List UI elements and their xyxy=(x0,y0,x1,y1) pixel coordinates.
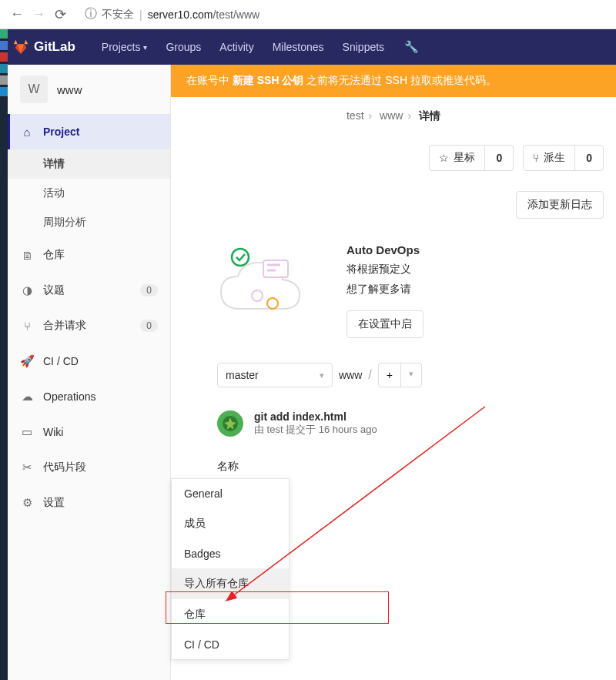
home-icon: ⌂ xyxy=(20,126,34,139)
svg-rect-1 xyxy=(263,260,288,277)
commit-meta: 由 test 提交于 16 hours ago xyxy=(254,423,377,437)
flyout-members[interactable]: 成员 xyxy=(172,508,289,539)
star-group[interactable]: ☆星标 0 xyxy=(429,145,514,171)
chevron-down-icon: ▾ xyxy=(401,363,421,387)
gitlab-logo[interactable]: GitLab xyxy=(12,39,75,55)
browser-bar: ← → ⟳ ⓘ 不安全 | server10.com/test/www xyxy=(0,0,616,29)
sidebar-item-cicd[interactable]: 🚀CI / CD xyxy=(8,343,170,379)
issues-icon: ◑ xyxy=(20,283,34,297)
ssh-banner: 在账号中 新建 SSH 公钥 之前将无法通过 SSH 拉取或推送代码。 xyxy=(171,65,616,97)
nav-activity[interactable]: Activity xyxy=(210,41,263,53)
reload-button[interactable]: ⟳ xyxy=(49,4,71,25)
sidebar-sub-activity[interactable]: 活动 xyxy=(8,179,170,208)
svg-point-4 xyxy=(252,290,263,301)
sidebar-item-ops[interactable]: ☁Operations xyxy=(8,379,170,414)
fork-count: 0 xyxy=(575,146,603,170)
ops-icon: ☁ xyxy=(20,390,34,404)
star-count: 0 xyxy=(485,146,513,170)
scissors-icon: ✂ xyxy=(20,461,34,474)
fork-icon: ⑂ xyxy=(533,152,539,164)
fork-group[interactable]: ⑂派生 0 xyxy=(523,145,604,171)
crumb-current: 详情 xyxy=(419,109,440,122)
flyout-cicd[interactable]: CI / CD xyxy=(172,630,289,659)
sidebar-item-settings[interactable]: ⚙设置 xyxy=(8,485,170,521)
issues-badge: 0 xyxy=(140,284,158,296)
sidebar-item-project[interactable]: ⌂ Project xyxy=(8,114,170,149)
devops-line1: 将根据预定义 xyxy=(346,263,616,276)
sidebar-item-mr[interactable]: ⑂合并请求0 xyxy=(8,308,170,343)
sidebar-item-snippets[interactable]: ✂代码片段 xyxy=(8,450,170,485)
svg-point-5 xyxy=(267,298,278,309)
gear-icon: ⚙ xyxy=(20,496,34,510)
back-button[interactable]: ← xyxy=(6,4,28,25)
mr-badge: 0 xyxy=(140,320,158,332)
flyout-import[interactable]: 导入所有仓库 xyxy=(172,568,289,599)
devops-illustration xyxy=(217,243,325,328)
address-bar[interactable]: ⓘ 不安全 | server10.com/test/www xyxy=(77,3,610,25)
nav-milestones[interactable]: Milestones xyxy=(263,41,333,53)
flyout-badges[interactable]: Badges xyxy=(172,539,289,568)
nav-snippets[interactable]: Snippets xyxy=(333,41,393,53)
file-icon: 🗎 xyxy=(20,249,34,262)
sidebar-sub-cycle[interactable]: 周期分析 xyxy=(8,208,170,237)
nav-projects[interactable]: Projects▾ xyxy=(92,41,157,53)
add-changelog-button[interactable]: 添加更新日志 xyxy=(516,191,604,219)
star-icon: ☆ xyxy=(439,152,449,164)
plus-icon: + xyxy=(379,363,401,387)
gitlab-header: GitLab Projects▾ Groups Activity Milesto… xyxy=(0,29,616,65)
sidebar-item-issues[interactable]: ◑议题0 xyxy=(8,273,170,308)
sidebar-item-wiki[interactable]: ▭Wiki xyxy=(8,414,170,450)
crumb-project[interactable]: www xyxy=(380,109,403,122)
top-nav: Projects▾ Groups Activity Milestones Sni… xyxy=(92,41,393,53)
stats-row: ☆星标 0 ⑂派生 0 xyxy=(171,136,616,191)
breadcrumb: test› www› 详情 xyxy=(171,97,616,136)
url-path: /test/www xyxy=(213,8,259,21)
info-icon: ⓘ xyxy=(85,6,97,22)
admin-icon[interactable]: 🔧 xyxy=(404,40,419,54)
gitlab-icon xyxy=(12,39,29,55)
project-avatar: W xyxy=(20,75,48,103)
commit-avatar xyxy=(217,410,243,437)
book-icon: ▭ xyxy=(20,425,34,439)
settings-flyout: General 成员 Badges 导入所有仓库 仓库 CI / CD xyxy=(171,478,290,660)
os-taskbar-strip xyxy=(0,29,8,680)
commit-title: git add index.html xyxy=(254,410,377,423)
branch-row: master▾ www / +▾ xyxy=(171,353,616,401)
project-header[interactable]: W www xyxy=(8,65,170,114)
branch-select[interactable]: master▾ xyxy=(217,363,333,387)
name-column-header: 名称 xyxy=(171,451,616,474)
crumb-group[interactable]: test xyxy=(346,109,364,122)
forward-button[interactable]: → xyxy=(28,4,49,25)
add-dropdown[interactable]: +▾ xyxy=(378,363,422,387)
svg-point-0 xyxy=(232,249,249,266)
devops-line2: 想了解更多请 xyxy=(346,283,616,296)
path-crumb[interactable]: www xyxy=(339,369,362,381)
project-name: www xyxy=(57,83,82,96)
devops-settings-button[interactable]: 在设置中启 xyxy=(346,310,424,338)
url-host: server10.com xyxy=(148,8,213,21)
merge-icon: ⑂ xyxy=(20,320,34,333)
nav-groups[interactable]: Groups xyxy=(156,41,210,53)
devops-panel: Auto DevOps 将根据预定义 想了解更多请 在设置中启 xyxy=(171,234,616,353)
latest-commit[interactable]: git add index.html 由 test 提交于 16 hours a… xyxy=(171,401,616,451)
insecure-label: 不安全 xyxy=(102,8,134,22)
sidebar: W www ⌂ Project 详情 活动 周期分析 🗎仓库 ◑议题0 ⑂合并请… xyxy=(8,65,171,680)
rocket-icon: 🚀 xyxy=(20,354,34,368)
flyout-general[interactable]: General xyxy=(172,479,289,508)
sidebar-item-repo[interactable]: 🗎仓库 xyxy=(8,237,170,273)
devops-title: Auto DevOps xyxy=(346,243,616,256)
flyout-repo[interactable]: 仓库 xyxy=(172,599,289,630)
sidebar-sub-details[interactable]: 详情 xyxy=(8,149,170,179)
